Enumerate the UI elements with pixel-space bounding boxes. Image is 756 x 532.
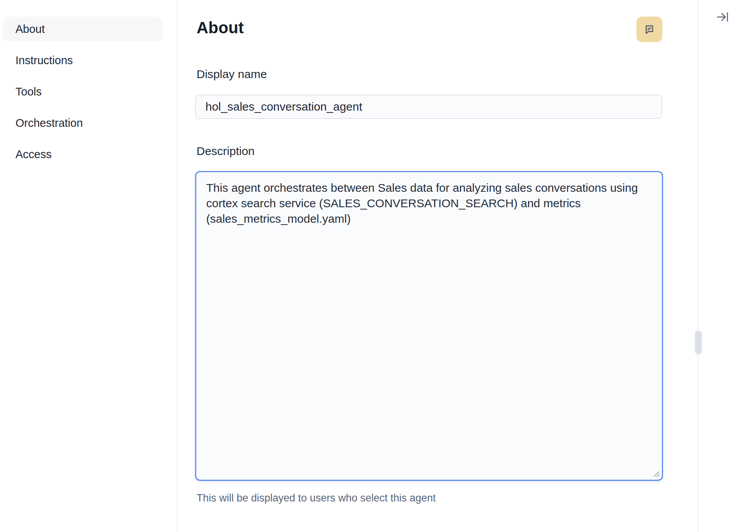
sidebar-nav: About Instructions Tools Orchestration A… [3,17,162,167]
sidebar-item-orchestration[interactable]: Orchestration [3,111,162,135]
sidebar-item-access[interactable]: Access [3,142,162,167]
sidebar-item-tools[interactable]: Tools [3,79,162,104]
collapse-right-icon [716,10,729,24]
comment-icon [643,24,655,36]
sidebar-item-about[interactable]: About [3,17,162,41]
description-textarea[interactable]: This agent orchestrates between Sales da… [195,171,663,481]
collapse-panel-button[interactable] [712,6,734,28]
about-panel: About Display name Description This agen… [177,0,698,532]
display-name-label: Display name [197,67,267,82]
page-title: About [197,17,244,39]
agent-editor-screen: About Instructions Tools Orchestration A… [0,0,756,532]
right-panel [699,0,756,532]
comment-button[interactable] [636,17,662,42]
display-name-input[interactable] [195,95,662,119]
description-label: Description [197,144,255,159]
description-field: This agent orchestrates between Sales da… [195,171,663,481]
sidebar: About Instructions Tools Orchestration A… [0,0,177,532]
description-helper-text: This will be displayed to users who sele… [197,491,436,505]
panel-resize-handle[interactable] [695,331,702,355]
sidebar-item-instructions[interactable]: Instructions [3,48,162,73]
